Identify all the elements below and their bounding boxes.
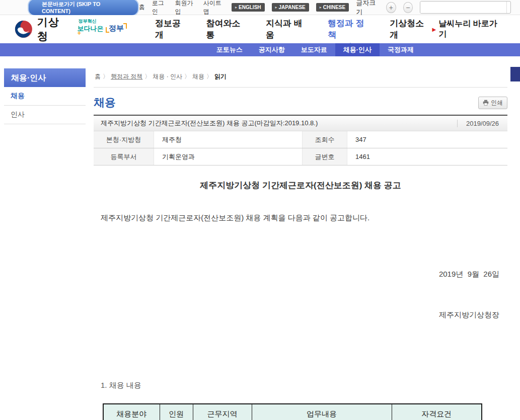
sidebar-item-recruitment[interactable]: 채용 [4,87,86,106]
kma-emblem-icon [14,20,33,39]
col-header-field: 채용분야 [103,404,160,420]
meta-value-office: 제주청 [154,131,302,148]
plus-icon: + [77,29,81,37]
col-header-qualifications: 자격요건 [392,404,482,420]
nav-item-about-kma[interactable]: 기상청소개 [390,18,432,41]
announcement-date-block: 2019년 9월 26일 제주지방기상청장 [94,240,507,349]
lang-english-label: ENGLISH [239,5,261,10]
meta-value-post-number: 1461 [347,148,507,165]
kma-logo[interactable]: 기상청 정부혁신 보다나은 정부+ [14,15,130,43]
content-area: 채용·인사 채용 인사 홈〉행정과 정책〉채용 · 인사〉채용〉읽기 채용 인쇄… [0,56,520,420]
subnav-item-notices[interactable]: 공지사항 [251,43,293,56]
subnav-item-recruitment[interactable]: 채용·인사 [335,43,380,56]
main-panel: 홈〉행정과 정책〉채용 · 인사〉채용〉읽기 채용 인쇄 제주지방기상청 기간제… [94,68,507,420]
sidebar-item-personnel[interactable]: 인사 [4,106,86,124]
breadcrumb-recruitment-personnel[interactable]: 채용 · 인사 [153,73,182,80]
post-meta-row: 등록부서 기획운영과 글번호 1461 [94,148,507,165]
announcement-signer: 제주지방기상청장 [94,308,499,321]
login-link[interactable]: 로그인 [152,0,168,16]
search-input[interactable] [420,2,506,13]
breadcrumb-home[interactable]: 홈 [95,73,101,80]
home-link[interactable]: 홈 [139,3,145,12]
weather-portal-label: 날씨누리 바로가기 [438,19,505,40]
recruitment-table-header-row: 채용분야 인원 근무지역 업무내용 자격요건 [103,404,482,420]
gov-mark-left-label: 보다나은 [77,25,103,32]
lang-chinese-button[interactable]: ▸CHINESE [316,3,349,12]
site-header: 기상청 정부혁신 보다나은 정부+ 정보공개 참여와소통 지식과 배움 행정과 … [0,15,520,43]
breadcrumb: 홈〉행정과 정책〉채용 · 인사〉채용〉읽기 [94,68,507,88]
col-header-duties: 업무내용 [252,404,392,420]
red-arrow-icon: ▶ [432,27,436,32]
sidebar-title: 채용·인사 [4,68,86,87]
gov-innovation-mark: 정부혁신 보다나은 정부+ [77,19,130,40]
announcement-intro: 제주지방기상청 기간제근로자(전산보조원) 채용 계획을 다음과 같이 공고합니… [94,213,507,223]
gov-mark-bottom: 보다나은 정부+ [77,24,130,40]
page-title-row: 채용 인쇄 [94,94,507,112]
announcement-date: 2019년 9월 26일 [94,267,499,281]
meta-value-views: 347 [347,131,507,148]
caret-icon: ▸ [320,5,322,10]
breadcrumb-current: 읽기 [214,73,227,80]
utility-bar: 본문바로가기 (SKIP TO CONTENT) 홈 로그인 회원가입 사이트맵… [0,0,520,15]
nav-item-admin-policy[interactable]: 행정과 정책 [328,18,373,41]
breadcrumb-separator: 〉 [103,73,109,80]
skip-to-content-link[interactable]: 본문바로가기 (SKIP TO CONTENT) [28,0,139,16]
col-header-count: 인원 [160,404,193,420]
search-button[interactable]: 검색 [506,1,511,14]
font-size-decrease-button[interactable]: − [403,2,413,13]
nav-item-participation[interactable]: 참여와소통 [206,18,249,41]
printer-icon [483,100,489,106]
meta-label-office: 본청·지방청 [94,131,154,148]
print-label: 인쇄 [491,99,503,107]
subnav-item-photo-news[interactable]: 포토뉴스 [208,43,251,56]
breadcrumb-separator: 〉 [144,73,151,80]
sub-nav: 포토뉴스 공지사항 보도자료 채용·인사 국정과제 [0,43,520,56]
post-date: 2019/09/26 [457,120,507,127]
col-header-location: 근무지역 [193,404,252,420]
subnav-item-press-releases[interactable]: 보도자료 [293,43,335,56]
post-meta-row: 본청·지방청 제주청 조회수 347 [94,131,507,148]
print-button[interactable]: 인쇄 [478,97,507,109]
nav-item-info-disclosure[interactable]: 정보공개 [155,18,189,41]
post-title-row: 제주지방기상청 기간제근로자(전산보조원) 채용 공고(마감일자:2019.10… [94,116,507,131]
breadcrumb-separator: 〉 [206,73,212,80]
post-body: 제주지방기상청 기간제근로자(전산보조원) 채용 공고 제주지방기상청 기간제근… [94,180,507,420]
meta-label-department: 등록부서 [94,148,154,165]
lang-english-button[interactable]: ▸ENGLISH [232,3,264,12]
lang-japanese-label: JAPANESE [279,5,306,10]
sitemap-link[interactable]: 사이트맵 [203,0,225,16]
font-size-increase-button[interactable]: + [386,2,396,13]
meta-label-views: 조회수 [302,131,347,148]
page-title: 채용 [94,95,116,110]
recruitment-table: 채용분야 인원 근무지역 업무내용 자격요건 기간제 근로자 (전산보조원) [103,403,482,420]
main-nav: 정보공개 참여와소통 지식과 배움 행정과 정책 기상청소개 [155,18,432,41]
utility-links: 홈 로그인 회원가입 사이트맵 ▸ENGLISH ▸JAPANESE ▸CHIN… [139,0,511,17]
search-box: 검색 [420,1,511,14]
post-title: 제주지방기상청 기간제근로자(전산보조원) 채용 공고(마감일자:2019.10… [94,119,457,128]
gov-mark-right-label: 정부 [106,24,126,32]
caret-icon: ▸ [235,5,237,10]
sidebar: 채용·인사 채용 인사 [0,68,86,420]
section1-title: 1. 채용 내용 [94,381,507,390]
signup-link[interactable]: 회원가입 [175,0,196,16]
lang-chinese-label: CHINESE [323,5,345,10]
subnav-item-national-agenda[interactable]: 국정과제 [380,43,422,56]
meta-value-department: 기획운영과 [154,148,302,165]
weather-portal-link[interactable]: ▶ 날씨누리 바로가기 [432,19,505,40]
announcement-heading: 제주지방기상청 기간제근로자(전산보조원) 채용 공고 [94,180,507,191]
post-header-table: 제주지방기상청 기간제근로자(전산보조원) 채용 공고(마감일자:2019.10… [94,115,507,165]
breadcrumb-recruitment[interactable]: 채용 [192,73,204,80]
caret-icon: ▸ [275,5,277,10]
lang-japanese-button[interactable]: ▸JAPANESE [272,3,309,12]
font-size-label: 글자크기 [356,0,379,17]
logo-text: 기상청 [37,15,70,43]
meta-label-post-number: 글번호 [302,148,347,165]
breadcrumb-admin-policy[interactable]: 행정과 정책 [111,73,142,80]
nav-item-knowledge[interactable]: 지식과 배움 [266,18,311,41]
breadcrumb-separator: 〉 [184,73,190,80]
